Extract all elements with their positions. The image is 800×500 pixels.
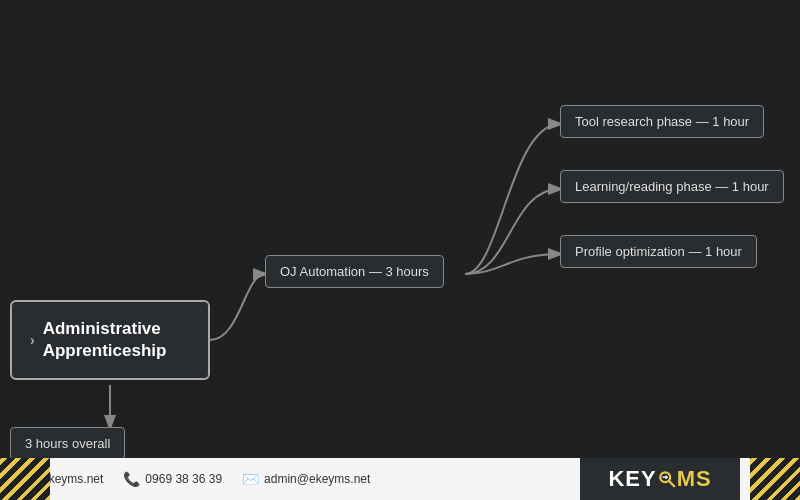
hours-node[interactable]: 3 hours overall <box>10 427 125 460</box>
email-icon: ✉️ <box>242 471 259 487</box>
sub-node-3[interactable]: Profile optimization — 1 hour <box>560 235 757 268</box>
root-node[interactable]: › Administrative Apprenticeship <box>10 300 210 380</box>
expand-icon: › <box>30 331 35 349</box>
logo-ms: MS <box>677 466 712 492</box>
email-item[interactable]: ✉️ admin@ekeyms.net <box>242 471 370 487</box>
sub2-label: Learning/reading phase — 1 hour <box>575 179 769 194</box>
sub1-label: Tool research phase — 1 hour <box>575 114 749 129</box>
hours-label: 3 hours overall <box>25 436 110 451</box>
sub-node-1[interactable]: Tool research phase — 1 hour <box>560 105 764 138</box>
sub3-label: Profile optimization — 1 hour <box>575 244 742 259</box>
svg-line-1 <box>668 481 673 486</box>
logo: KEY MS <box>608 466 711 492</box>
footer: 🌐 ekeyms.net 📞 0969 38 36 39 ✉️ admin@ek… <box>0 458 800 500</box>
logo-magnifier-icon <box>658 470 676 488</box>
logo-key: KEY <box>608 466 656 492</box>
mind-map-canvas: › Administrative Apprenticeship OJ Autom… <box>0 0 800 500</box>
hatch-left <box>0 458 50 500</box>
root-label: Administrative Apprenticeship <box>43 318 167 362</box>
email-text: admin@ekeyms.net <box>264 472 370 486</box>
phone-item[interactable]: 📞 0969 38 36 39 <box>123 471 222 487</box>
middle-node[interactable]: OJ Automation — 3 hours <box>265 255 444 288</box>
sub-node-2[interactable]: Learning/reading phase — 1 hour <box>560 170 784 203</box>
website-text: ekeyms.net <box>42 472 103 486</box>
hatch-right <box>750 458 800 500</box>
logo-area: KEY MS <box>580 458 740 500</box>
phone-text: 0969 38 36 39 <box>145 472 222 486</box>
middle-label: OJ Automation — 3 hours <box>280 264 429 279</box>
phone-icon: 📞 <box>123 471 140 487</box>
